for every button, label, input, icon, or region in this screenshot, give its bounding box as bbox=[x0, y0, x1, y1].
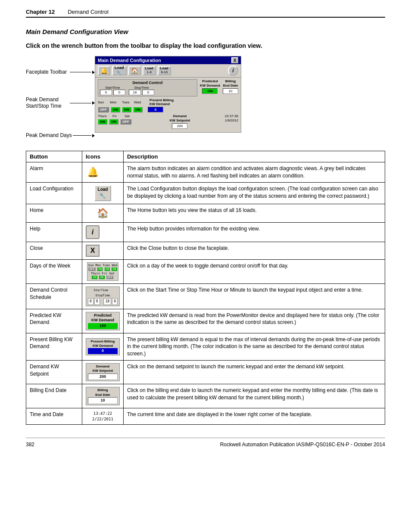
predicted-kw-value[interactable]: 150 bbox=[202, 88, 218, 94]
col-button: Button bbox=[26, 151, 82, 162]
start-time-section: StartTime 0 0 bbox=[100, 86, 125, 95]
fri-btn[interactable]: ON bbox=[109, 119, 118, 124]
demand-control-block: Demand Control StartTime 0 0 StopTime bbox=[98, 79, 197, 96]
row-desc-close: Click the Close button to close the face… bbox=[123, 242, 385, 260]
start-time-inputs: 0 0 bbox=[100, 90, 125, 95]
row-desc-home: The Home button lets you view the status… bbox=[123, 204, 385, 223]
datetime-icon: 13:47:222/22/2011 bbox=[86, 411, 120, 422]
present-billing-icon: Present BillingKW Demand 0 bbox=[86, 338, 120, 355]
sat-btn[interactable]: OFF bbox=[120, 119, 131, 124]
faceplate-toolbar-label-row: Faceplate Toolbar bbox=[26, 69, 95, 76]
load9-16-toolbar-btn[interactable]: Load 9-16 bbox=[158, 66, 171, 75]
row-desc-days: Click on a day of the week to toggle dem… bbox=[123, 260, 385, 283]
stop-time-inputs: 18 0 bbox=[129, 90, 154, 95]
row-icon-billing-end: BillingEnd Date 10 bbox=[82, 384, 124, 408]
footer: 382 Rockwell Automation Publication IASI… bbox=[26, 438, 385, 448]
row-icon-home: 🏠 bbox=[82, 204, 124, 223]
billing-end-value[interactable]: 10 bbox=[223, 88, 238, 94]
days-row2: Thurs Fri Sat ON ON OFF bbox=[98, 114, 135, 124]
load-toolbar-btn[interactable]: Load 🔧 bbox=[112, 66, 127, 75]
table-row: Billing End Date BillingEnd Date 10 Clic… bbox=[26, 384, 385, 408]
diagram-labels: Faceplate Toolbar Peak Demand Start/Stop… bbox=[26, 56, 95, 139]
stop-hour-input[interactable]: 18 bbox=[129, 90, 141, 95]
table-row: Predicted KW Demand PredictedKW Demand 1… bbox=[26, 309, 385, 333]
close-icon: X bbox=[86, 245, 100, 257]
table-row: Demand KW Setpoint DemandKW Setpoint 200… bbox=[26, 360, 385, 384]
row-button-alarm: Alarm bbox=[26, 162, 82, 183]
row-desc-billing-end: Click on the billing end date to launch … bbox=[123, 384, 385, 408]
sun-btn[interactable]: OFF bbox=[98, 107, 109, 112]
alarm-toolbar-btn[interactable]: 🔔 bbox=[98, 66, 110, 75]
row-button-billing-end: Billing End Date bbox=[26, 384, 82, 408]
table-row: Present Billing KW Demand Present Billin… bbox=[26, 333, 385, 360]
row-icon-days: Sun Mon Tues Wed OFF ON ON ON Thurs Fri … bbox=[82, 260, 124, 283]
row-button-schedule: Demand Control Schedule bbox=[26, 283, 82, 309]
row-icon-demand-kw: DemandKW Setpoint 200 bbox=[82, 360, 124, 384]
page-number: 382 bbox=[26, 442, 34, 448]
table-row: Time and Date 13:47:222/22/2011 The curr… bbox=[26, 408, 385, 424]
present-billing-value[interactable]: 0 bbox=[148, 107, 163, 112]
table-row: Home 🏠 The Home button lets you view the… bbox=[26, 204, 385, 223]
table-row: Demand Control Schedule StarTime StopTim… bbox=[26, 283, 385, 309]
thurs-btn[interactable]: ON bbox=[98, 119, 107, 124]
help-toolbar-btn[interactable]: i bbox=[228, 65, 238, 76]
row-desc-help: The Help button provides information for… bbox=[123, 223, 385, 242]
days-row1: Sun Mon Tues Wed Present BillingKW Deman… bbox=[98, 98, 238, 112]
row-icon-alarm: 🔔 bbox=[82, 162, 124, 183]
col-description: Description bbox=[123, 151, 385, 162]
row-button-help: Help bbox=[26, 223, 82, 242]
row-icon-datetime: 13:47:222/22/2011 bbox=[82, 408, 124, 424]
load-config-icon: Load 🔧 bbox=[94, 185, 112, 201]
faceplate-image: Main Demand Configuration X 🔔 Load 🔧 🏠 L… bbox=[95, 56, 241, 133]
page-container: Chapter 12 Demand Control Main Demand Co… bbox=[0, 0, 411, 532]
table-row: Help i The Help button provides informat… bbox=[26, 223, 385, 242]
fp-body: Demand Control StartTime 0 0 StopTime bbox=[95, 78, 241, 132]
tues-btn[interactable]: ON bbox=[122, 107, 131, 112]
days-row2-and-demand: Thurs Fri Sat ON ON OFF DemandKW Setpoin… bbox=[98, 114, 238, 130]
table-row: Alarm 🔔 The alarm button indicates an al… bbox=[26, 162, 385, 183]
help-icon: i bbox=[86, 225, 100, 239]
stop-time-section: StopTime 18 0 bbox=[129, 86, 154, 95]
row-icon-load: Load 🔧 bbox=[82, 182, 124, 204]
chapter-label: Chapter 12 bbox=[26, 9, 55, 15]
row-icon-schedule: StarTime StopTime 0 0 18 0 bbox=[82, 283, 124, 309]
schedule-icon: StarTime StopTime 0 0 18 0 bbox=[86, 286, 120, 306]
row-button-load: Load Configuration bbox=[26, 182, 82, 204]
table-row: Days of the Week Sun Mon Tues Wed OFF ON… bbox=[26, 260, 385, 283]
days-icon: Sun Mon Tues Wed OFF ON ON ON Thurs Fri … bbox=[87, 262, 118, 280]
table-row: Close X Click the Close button to close … bbox=[26, 242, 385, 260]
data-table: Button Icons Description Alarm 🔔 The ala… bbox=[26, 151, 385, 425]
table-header-row: Button Icons Description bbox=[26, 151, 385, 162]
col-icons: Icons bbox=[82, 151, 124, 162]
billing-end-block: BillingEnd Date 10 bbox=[223, 79, 238, 95]
start-min-input[interactable]: 0 bbox=[113, 90, 125, 95]
billing-end-icon: BillingEnd Date 10 bbox=[86, 387, 120, 405]
wed-btn[interactable]: ON bbox=[133, 107, 143, 112]
peak-demand-days-label-row: Peak Demand Days bbox=[26, 132, 95, 139]
peak-demand-label: Peak Demand Start/Stop Time bbox=[26, 96, 69, 110]
row-icon-predicted: PredictedKW Demand 150 bbox=[82, 309, 124, 333]
mon-btn[interactable]: ON bbox=[111, 107, 120, 112]
load1-8-toolbar-btn[interactable]: Load 1-8 bbox=[143, 66, 156, 75]
alarm-icon: 🔔 bbox=[86, 165, 100, 179]
row-desc-schedule: Click on the Start Time or Stop Time Hou… bbox=[123, 283, 385, 309]
row-icon-close: X bbox=[82, 242, 124, 260]
demand-control-label: Demand Control bbox=[100, 81, 195, 85]
start-hour-input[interactable]: 0 bbox=[100, 90, 112, 95]
demand-kw-setpoint-value[interactable]: 200 bbox=[172, 123, 187, 129]
home-icon: 🏠 bbox=[86, 207, 120, 220]
stop-min-input[interactable]: 0 bbox=[142, 90, 154, 95]
row-desc-alarm: The alarm button indicates an alarm cond… bbox=[123, 162, 385, 183]
row-button-days: Days of the Week bbox=[26, 260, 82, 283]
faceplate-toolbar-label: Faceplate Toolbar bbox=[26, 69, 69, 76]
row-button-demand-kw: Demand KW Setpoint bbox=[26, 360, 82, 384]
demand-kw-icon: DemandKW Setpoint 200 bbox=[86, 363, 120, 381]
row-desc-predicted: The predicted kW demand is read from the… bbox=[123, 309, 385, 333]
demand-kw-setpoint-block: DemandKW Setpoint 200 bbox=[137, 114, 222, 130]
intro-text: Click on the wrench button from the tool… bbox=[26, 42, 385, 49]
fp-close-btn[interactable]: X bbox=[231, 57, 238, 63]
section-label: Demand Control bbox=[68, 9, 109, 15]
row-icon-present-billing: Present BillingKW Demand 0 bbox=[82, 333, 124, 360]
fp-toolbar: 🔔 Load 🔧 🏠 Load 1-8 Load 9-16 i bbox=[95, 64, 241, 78]
home-toolbar-btn[interactable]: 🏠 bbox=[128, 66, 141, 75]
